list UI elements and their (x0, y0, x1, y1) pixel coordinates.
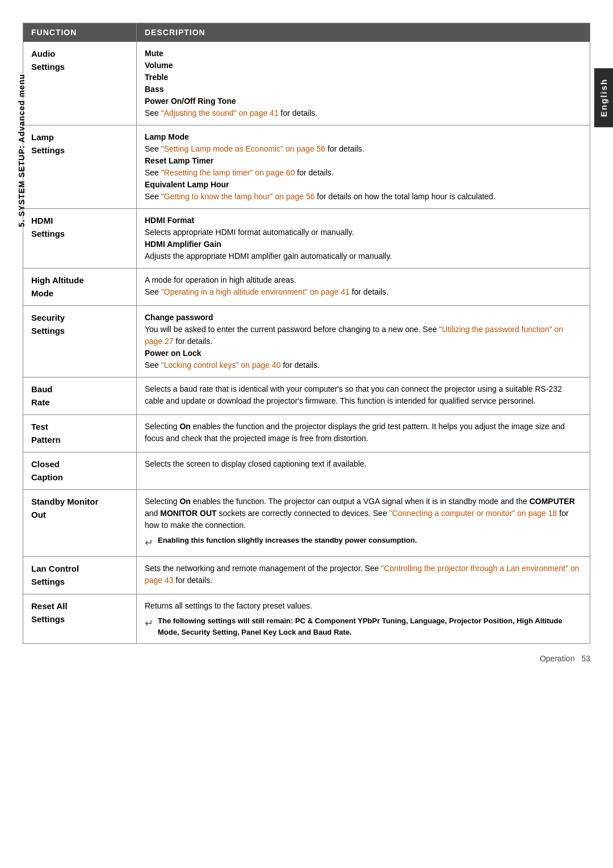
description-cell: Returns all settings to the factory pres… (137, 594, 590, 644)
page-container: 5. SYSTEM SETUP: Advanced menu Function … (23, 0, 590, 697)
table-row: Lan ControlSettingsSets the networking a… (23, 557, 590, 594)
description-cell: Sets the networking and remote managemen… (137, 557, 590, 594)
table-row: AudioSettingsMuteVolumeTrebleBassPower O… (23, 42, 590, 125)
footer-text: Operation (540, 654, 574, 663)
description-link[interactable]: "Locking control keys" on page 40 (161, 360, 281, 370)
function-cell: AudioSettings (23, 42, 137, 125)
description-link[interactable]: "Utilizing the password function" on pag… (145, 325, 563, 346)
english-tab: English (594, 68, 613, 127)
function-cell: High AltitudeMode (23, 269, 137, 306)
description-header: Description (137, 23, 590, 42)
description-cell: Lamp ModeSee "Setting Lamp mode as Econo… (137, 125, 590, 209)
description-cell: MuteVolumeTrebleBassPower On/Off Ring To… (137, 42, 590, 125)
table-row: Standby MonitorOutSelecting On enables t… (23, 490, 590, 557)
footer-page: 53 (581, 654, 590, 663)
description-link[interactable]: "Connecting a computer or monitor" on pa… (389, 509, 557, 518)
description-link[interactable]: "Adjusting the sound" on page 41 (161, 108, 279, 118)
table-row: High AltitudeModeA mode for operation in… (23, 269, 590, 306)
function-cell: Standby MonitorOut (23, 490, 137, 557)
english-tab-label: English (599, 78, 608, 117)
description-cell: Selecting On enables the function. The p… (137, 490, 590, 557)
table-row: SecuritySettingsChange passwordYou will … (23, 306, 590, 378)
description-link[interactable]: "Setting Lamp mode as Economic" on page … (161, 144, 325, 153)
description-link[interactable]: "Operating in a high altitude environmen… (161, 287, 350, 296)
description-cell: Change passwordYou will be asked to ente… (137, 306, 590, 378)
page-footer: Operation 53 (23, 654, 590, 663)
function-cell: SecuritySettings (23, 306, 137, 378)
note-box: ↵ The following settings will still rema… (145, 615, 582, 638)
note-icon: ↵ (145, 616, 153, 631)
table-row: Reset AllSettingsReturns all settings to… (23, 594, 590, 644)
description-cell: HDMI FormatSelects appropriate HDMI form… (137, 209, 590, 269)
description-cell: Selects the screen to display closed cap… (137, 452, 590, 490)
table-row: HDMISettingsHDMI FormatSelects appropria… (23, 209, 590, 269)
function-cell: BaudRate (23, 378, 137, 415)
note-text: The following settings will still remain… (158, 615, 582, 638)
note-icon: ↵ (145, 535, 153, 551)
description-cell: Selects a baud rate that is identical wi… (137, 378, 590, 415)
table-row: LampSettingsLamp ModeSee "Setting Lamp m… (23, 125, 590, 209)
function-cell: Reset AllSettings (23, 594, 137, 644)
function-cell: ClosedCaption (23, 452, 137, 490)
function-header: Function (23, 23, 137, 42)
description-cell: Selecting On enables the function and th… (137, 415, 590, 452)
function-cell: HDMISettings (23, 209, 137, 269)
function-cell: Lan ControlSettings (23, 557, 137, 594)
description-link[interactable]: "Getting to know the lamp hour" on page … (161, 192, 315, 201)
table-row: BaudRateSelects a baud rate that is iden… (23, 378, 590, 415)
note-text: Enabling this function slightly increase… (158, 535, 417, 546)
description-link[interactable]: "Controlling the projector through a Lan… (145, 564, 580, 585)
table-row: TestPatternSelecting On enables the func… (23, 415, 590, 452)
table-row: ClosedCaptionSelects the screen to displ… (23, 452, 590, 490)
settings-table: Function Description AudioSettingsMuteVo… (23, 23, 590, 644)
section-label: 5. SYSTEM SETUP: Advanced menu (17, 74, 26, 227)
function-cell: LampSettings (23, 125, 137, 209)
function-cell: TestPattern (23, 415, 137, 452)
description-cell: A mode for operation in high altitude ar… (137, 269, 590, 306)
description-link[interactable]: "Resetting the lamp timer" on page 60 (161, 168, 295, 177)
note-box: ↵ Enabling this function slightly increa… (145, 535, 582, 551)
